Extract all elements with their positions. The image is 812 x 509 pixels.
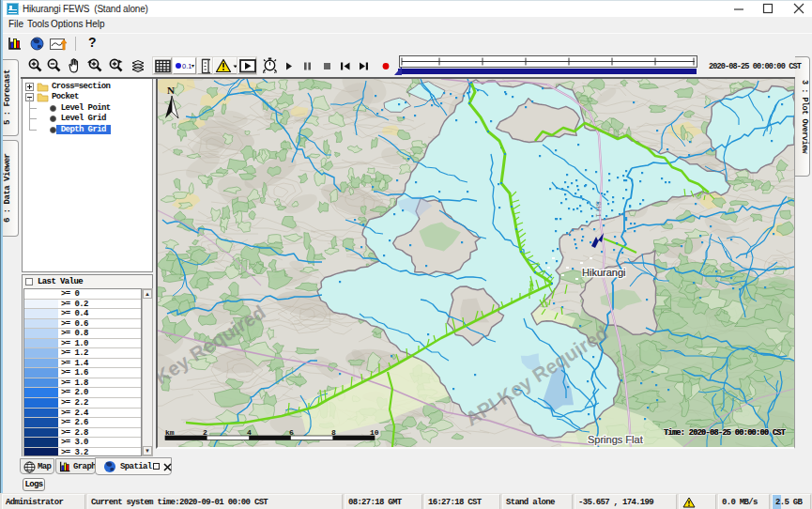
svg-text:6: 6	[289, 428, 294, 437]
svg-text:Springs Flat: Springs Flat	[588, 434, 643, 445]
svg-text:Time: 2020-08-25 00:00:00 CST: Time: 2020-08-25 00:00:00 CST	[664, 428, 786, 438]
svg-text:2: 2	[203, 428, 207, 437]
svg-text:10: 10	[370, 428, 379, 437]
svg-text:4: 4	[247, 428, 252, 437]
svg-text:km: km	[165, 428, 175, 437]
svg-text:Hikurangi: Hikurangi	[582, 267, 625, 278]
svg-text:SH 1: SH 1	[594, 201, 603, 218]
svg-text:8: 8	[331, 428, 336, 437]
svg-text:N: N	[167, 85, 175, 96]
